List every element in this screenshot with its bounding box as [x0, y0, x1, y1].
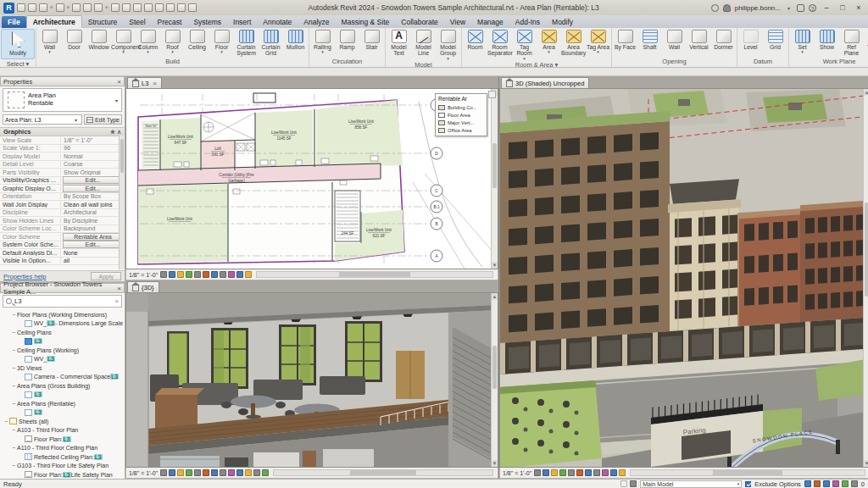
tool-area-boundary-button[interactable]: Area Boundary	[561, 29, 586, 57]
print-icon[interactable]	[72, 3, 81, 12]
detail-level-icon[interactable]	[160, 469, 167, 476]
tree-item[interactable]: Floor Plan: L3	[3, 435, 125, 444]
temporary-hide-icon[interactable]	[228, 469, 235, 476]
lock-orientation-icon[interactable]	[593, 469, 600, 476]
tool-tag-area-button[interactable]: Tag Area▾	[586, 29, 610, 53]
temporary-hide-icon[interactable]	[602, 469, 609, 476]
edit-type-button[interactable]: Edit Type	[84, 114, 122, 125]
property-edit-button[interactable]: Edit...	[63, 241, 123, 248]
tool-grid-button[interactable]: Grid	[763, 29, 787, 50]
properties-help-link[interactable]: Properties help	[3, 273, 46, 280]
help-icon[interactable]: ?	[809, 4, 816, 12]
tool-floor-button[interactable]: Floor▾	[209, 29, 234, 53]
section-icon[interactable]	[155, 3, 164, 12]
text-icon[interactable]	[133, 3, 142, 12]
project-browser-close-icon[interactable]: ×	[117, 285, 121, 292]
tool-tag-room-button[interactable]: Tag Room▾	[512, 29, 537, 60]
temporary-view-properties-icon[interactable]	[236, 271, 243, 278]
revit-logo-icon[interactable]: R	[3, 3, 14, 14]
worksharing-icon[interactable]	[245, 469, 252, 476]
property-value[interactable]: Background	[61, 225, 125, 231]
tree-item[interactable]: −Area Plans (Gross Building)	[3, 381, 125, 391]
plan-vertical-scrollbar[interactable]: ▲▼	[491, 89, 498, 269]
property-edit-button[interactable]: Rentable Area	[63, 233, 123, 241]
shadows-icon[interactable]	[186, 469, 192, 476]
tree-item[interactable]: −3D Views	[3, 363, 125, 373]
reveal-hidden-icon[interactable]	[236, 469, 243, 476]
tool-menu-chevron-icon[interactable]: ▾	[310, 50, 335, 53]
shaded-view-tab[interactable]: 3D (Shaded) Uncropped	[501, 77, 589, 88]
section3d-view-tab[interactable]: {3D}	[127, 281, 159, 292]
tree-item[interactable]: −A110 - Third Floor Ceiling Plan	[3, 444, 125, 453]
ribbon-tab-architecture[interactable]: Architecture	[26, 15, 82, 28]
tool-menu-chevron-icon[interactable]: ▾	[790, 50, 815, 53]
property-edit-button[interactable]: Edit...	[63, 185, 123, 192]
property-value[interactable]: 96	[61, 145, 125, 151]
tree-expander[interactable]: −	[10, 427, 17, 433]
tool-wall-button[interactable]: Wall	[662, 29, 687, 50]
tree-expander[interactable]: −	[3, 419, 9, 424]
tool-model-text-button[interactable]: Model Text	[387, 29, 411, 57]
exclude-options-checkbox[interactable]	[745, 481, 751, 487]
apply-button[interactable]: Apply	[91, 272, 121, 280]
save-icon[interactable]	[28, 3, 36, 12]
ribbon-tab-view[interactable]: View	[444, 16, 471, 28]
tree-item[interactable]: −A103 - Third Floor Plan	[3, 426, 125, 435]
tool-ref-plane-button[interactable]: Ref Plane	[839, 29, 864, 57]
visual-style-icon[interactable]	[169, 469, 175, 476]
redo-icon[interactable]	[56, 3, 64, 12]
type-selector[interactable]: Area Plan Rentable ▾	[3, 88, 122, 112]
ribbon-tab-modify[interactable]: Modify	[546, 16, 579, 28]
tool-set-button[interactable]: Set▾	[790, 29, 815, 53]
tree-expander[interactable]: −	[10, 365, 17, 371]
rendering-icon[interactable]	[194, 469, 201, 476]
property-value[interactable]: Normal	[61, 153, 125, 159]
reveal-hidden-icon[interactable]	[228, 271, 235, 278]
3d-view-icon[interactable]	[144, 3, 153, 12]
open-icon[interactable]	[17, 3, 25, 12]
section3d-horizontal-scrollbar[interactable]	[273, 469, 493, 476]
tree-item[interactable]: −Floor Plans (Working Dimensions)	[3, 310, 125, 319]
shadows-icon[interactable]	[559, 469, 566, 476]
tool-shaft-button[interactable]: Shaft	[637, 29, 662, 50]
tool-menu-chevron-icon[interactable]: ▾	[537, 50, 561, 53]
crop-view-icon[interactable]	[203, 271, 209, 278]
detail-level-icon[interactable]	[160, 271, 167, 278]
restore-button[interactable]: □	[837, 3, 849, 12]
tree-item[interactable]: L3	[3, 408, 125, 418]
tag-icon[interactable]	[122, 3, 131, 12]
tool-area-button[interactable]: Area▾	[537, 29, 561, 53]
tool-dormer-button[interactable]: Dormer	[711, 29, 736, 50]
section3d-vertical-scrollbar[interactable]: ▲▼	[491, 293, 498, 467]
tool-level-button[interactable]: Level	[738, 29, 763, 50]
type-selector-chevron-icon[interactable]: ▾	[113, 97, 120, 103]
ribbon-tab-analyze[interactable]: Analyze	[298, 16, 335, 28]
signed-in-user[interactable]: philippe.bonn...	[735, 4, 781, 12]
property-value[interactable]: Clean all wall joins	[61, 202, 125, 208]
ribbon-tab-add-ins[interactable]: Add-Ins	[509, 16, 546, 28]
measure-icon[interactable]	[94, 3, 103, 12]
project-browser-header[interactable]: Project Browser - Snowdon Towers Sample …	[0, 283, 125, 293]
shaded-view-canvas[interactable]: Parking SNOWDON PLACE ▲▼	[499, 88, 868, 468]
sun-path-icon[interactable]	[177, 271, 184, 278]
tree-expander[interactable]: −	[10, 330, 17, 336]
ribbon-tab-manage[interactable]: Manage	[471, 16, 509, 28]
visual-style-icon[interactable]	[542, 469, 549, 476]
property-value[interactable]: By Scope Box	[61, 193, 125, 199]
tree-expander[interactable]: −	[10, 445, 17, 451]
close-button[interactable]: ×	[853, 3, 865, 12]
property-value[interactable]: Architectural	[61, 209, 125, 215]
reveal-hidden-icon[interactable]	[610, 469, 617, 476]
shaded-horizontal-scrollbar[interactable]	[630, 469, 865, 476]
tool-viewer-button[interactable]: Viewer	[864, 29, 868, 50]
temporary-view-properties-icon[interactable]	[253, 469, 260, 476]
lock-orientation-icon[interactable]	[220, 469, 226, 476]
tool-menu-chevron-icon[interactable]: ▾	[586, 50, 610, 53]
ribbon-tab-systems[interactable]: Systems	[187, 16, 227, 28]
tool-model-line-button[interactable]: Model Line	[411, 29, 436, 57]
tree-item[interactable]: WV_L3 - Dimensions Large Scale	[3, 319, 125, 329]
navigation-bar-icon[interactable]	[488, 91, 496, 98]
tool-ceiling-button[interactable]: Ceiling	[185, 29, 209, 50]
constraints-icon[interactable]	[619, 469, 626, 476]
property-value[interactable]: 1/8" = 1'-0"	[61, 137, 125, 143]
